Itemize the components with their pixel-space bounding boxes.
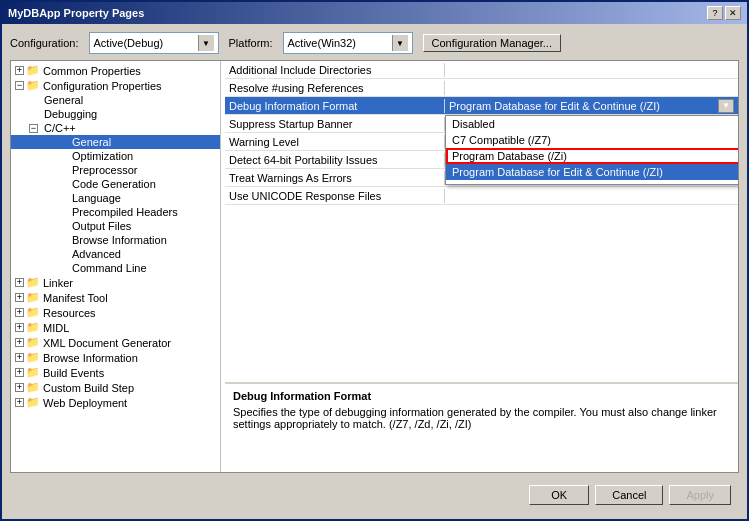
prop-name-suppress: Suppress Startup Banner: [225, 117, 445, 131]
tree-label-preprocessor: Preprocessor: [72, 164, 137, 176]
expand-icon-linker[interactable]: +: [15, 278, 24, 287]
prop-value-unicode: [445, 195, 738, 197]
sidebar-item-build-events[interactable]: +📁Build Events: [11, 365, 220, 380]
sidebar-item-web-deploy[interactable]: +📁Web Deployment: [11, 395, 220, 410]
prop-name-unicode: Use UNICODE Response Files: [225, 189, 445, 203]
folder-icon: 📁: [26, 366, 40, 379]
tree-label-general: General: [44, 94, 83, 106]
platform-dropdown-arrow[interactable]: ▼: [392, 35, 408, 51]
props-table: Additional Include Directories Resolve #…: [225, 61, 738, 382]
prop-name-warning: Warning Level: [225, 135, 445, 149]
sidebar-item-cmdline[interactable]: Command Line: [11, 261, 220, 275]
tree-label-midl: MIDL: [43, 322, 69, 334]
sidebar-item-linker[interactable]: +📁Linker: [11, 275, 220, 290]
expand-icon-resources[interactable]: +: [15, 308, 24, 317]
expand-icon-build-events[interactable]: +: [15, 368, 24, 377]
expand-icon-config-props[interactable]: −: [15, 81, 24, 90]
prop-value-debug-format: Program Database for Edit & Continue (/Z…: [445, 98, 738, 114]
expand-icon-custom-build[interactable]: +: [15, 383, 24, 392]
sidebar-item-config-props[interactable]: −📁Configuration Properties: [11, 78, 220, 93]
config-dropdown[interactable]: Active(Debug) ▼: [89, 32, 219, 54]
main-area: +📁Common Properties−📁Configuration Prope…: [10, 60, 739, 473]
prop-value-text: Program Database for Edit & Continue (/Z…: [449, 100, 718, 112]
cancel-button[interactable]: Cancel: [595, 485, 663, 505]
tree-label-xml-doc: XML Document Generator: [43, 337, 171, 349]
sidebar-item-output[interactable]: Output Files: [11, 219, 220, 233]
dropdown-option-disabled[interactable]: Disabled: [446, 116, 738, 132]
folder-icon: 📁: [26, 396, 40, 409]
sidebar-item-advanced[interactable]: Advanced: [11, 247, 220, 261]
expand-icon-cpp[interactable]: −: [29, 124, 38, 133]
tree-panel: +📁Common Properties−📁Configuration Prope…: [11, 61, 221, 472]
prop-value-add-include: [445, 69, 738, 71]
sidebar-item-optimization[interactable]: Optimization: [11, 149, 220, 163]
folder-icon: 📁: [26, 351, 40, 364]
sidebar-item-browse-info[interactable]: +📁Browse Information: [11, 350, 220, 365]
expand-icon-browse-info[interactable]: +: [15, 353, 24, 362]
dropdown-option-program-db[interactable]: Program Database (/Zi): [446, 148, 738, 164]
expand-icon-common-props[interactable]: +: [15, 66, 24, 75]
title-bar-buttons: ? ✕: [707, 6, 741, 20]
expand-icon-xml-doc[interactable]: +: [15, 338, 24, 347]
sidebar-item-debugging[interactable]: Debugging: [11, 107, 220, 121]
folder-icon: 📁: [26, 381, 40, 394]
close-button[interactable]: ✕: [725, 6, 741, 20]
expand-icon-midl[interactable]: +: [15, 323, 24, 332]
expand-icon-manifest[interactable]: +: [15, 293, 24, 302]
sidebar-item-manifest[interactable]: +📁Manifest Tool: [11, 290, 220, 305]
sidebar-item-preprocessor[interactable]: Preprocessor: [11, 163, 220, 177]
sidebar-item-general2[interactable]: General: [11, 135, 220, 149]
tree-label-precompiled: Precompiled Headers: [72, 206, 178, 218]
folder-icon: 📁: [26, 79, 40, 92]
tree-label-cmdline: Command Line: [72, 262, 147, 274]
tree-label-general2: General: [72, 136, 111, 148]
info-panel: Debug Information Format Specifies the t…: [225, 382, 738, 472]
prop-value-dropdown[interactable]: ▼: [718, 99, 734, 113]
folder-icon: 📁: [26, 321, 40, 334]
prop-name-debug-format: Debug Information Format: [225, 99, 445, 113]
prop-row-unicode[interactable]: Use UNICODE Response Files: [225, 187, 738, 205]
tree-label-debugging: Debugging: [44, 108, 97, 120]
tree-label-browse: Browse Information: [72, 234, 167, 246]
prop-row-resolve[interactable]: Resolve #using References: [225, 79, 738, 97]
tree-label-advanced: Advanced: [72, 248, 121, 260]
tree-label-language: Language: [72, 192, 121, 204]
tree-label-browse-info: Browse Information: [43, 352, 138, 364]
dropdown-option-inherit[interactable]: [446, 180, 738, 184]
top-bar: Configuration: Active(Debug) ▼ Platform:…: [10, 32, 739, 54]
tree-label-optimization: Optimization: [72, 150, 133, 162]
prop-row-add-include[interactable]: Additional Include Directories: [225, 61, 738, 79]
sidebar-item-cpp[interactable]: −C/C++: [11, 121, 220, 135]
tree-label-code-gen: Code Generation: [72, 178, 156, 190]
folder-icon: 📁: [26, 306, 40, 319]
window-title: MyDBApp Property Pages: [8, 7, 144, 19]
platform-dropdown[interactable]: Active(Win32) ▼: [283, 32, 413, 54]
sidebar-item-language[interactable]: Language: [11, 191, 220, 205]
sidebar-item-custom-build[interactable]: +📁Custom Build Step: [11, 380, 220, 395]
folder-icon: 📁: [26, 64, 40, 77]
sidebar-item-code-gen[interactable]: Code Generation: [11, 177, 220, 191]
config-dropdown-arrow[interactable]: ▼: [198, 35, 214, 51]
prop-name-detect64: Detect 64-bit Portability Issues: [225, 153, 445, 167]
expand-icon-web-deploy[interactable]: +: [15, 398, 24, 407]
sidebar-item-midl[interactable]: +📁MIDL: [11, 320, 220, 335]
sidebar-item-general[interactable]: General: [11, 93, 220, 107]
config-manager-button[interactable]: Configuration Manager...: [423, 34, 561, 52]
sidebar-item-browse[interactable]: Browse Information: [11, 233, 220, 247]
ok-button[interactable]: OK: [529, 485, 589, 505]
right-panel: Additional Include Directories Resolve #…: [225, 61, 738, 472]
sidebar-item-resources[interactable]: +📁Resources: [11, 305, 220, 320]
prop-row-debug-format[interactable]: Debug Information Format Program Databas…: [225, 97, 738, 115]
sidebar-item-xml-doc[interactable]: +📁XML Document Generator: [11, 335, 220, 350]
tree-label-cpp: C/C++: [44, 122, 76, 134]
apply-button[interactable]: Apply: [669, 485, 731, 505]
dropdown-option-program-db-edit[interactable]: Program Database for Edit & Continue (/Z…: [446, 164, 738, 180]
sidebar-item-precompiled[interactable]: Precompiled Headers: [11, 205, 220, 219]
tree-label-web-deploy: Web Deployment: [43, 397, 127, 409]
help-button[interactable]: ?: [707, 6, 723, 20]
dropdown-option-c7[interactable]: C7 Compatible (/Z7): [446, 132, 738, 148]
folder-icon: 📁: [26, 276, 40, 289]
bottom-bar: OK Cancel Apply: [10, 479, 739, 511]
sidebar-item-common-props[interactable]: +📁Common Properties: [11, 63, 220, 78]
tree-label-common-props: Common Properties: [43, 65, 141, 77]
